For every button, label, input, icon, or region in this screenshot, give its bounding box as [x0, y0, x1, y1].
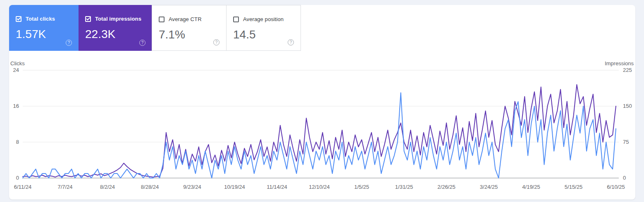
checkbox-unchecked-icon[interactable] — [233, 17, 239, 22]
average-position-header: Average position — [233, 16, 294, 22]
total-clicks-value: 1.57K — [16, 28, 72, 41]
x-axis-date-label: 11/14/24 — [256, 184, 298, 190]
checkbox-checked-icon[interactable] — [16, 16, 21, 22]
total-clicks-label: Total clicks — [26, 16, 55, 22]
average-position-card[interactable]: Average position 14.5 ? — [226, 5, 301, 51]
help-icon[interactable]: ? — [288, 39, 294, 45]
average-position-value: 14.5 — [233, 28, 294, 41]
right-axis-tick: 225 — [623, 67, 639, 74]
x-axis-date-label: 10/19/24 — [214, 184, 255, 190]
x-axis-date-label: 12/10/24 — [299, 184, 340, 190]
x-axis-date-label: 6/11/24 — [2, 184, 43, 190]
help-icon[interactable]: ? — [139, 40, 145, 46]
average-ctr-value: 7.1% — [159, 28, 219, 41]
checkbox-checked-icon[interactable] — [85, 16, 91, 22]
x-axis-date-label: 1/5/25 — [341, 184, 382, 190]
x-axis-date-label: 5/15/25 — [553, 184, 594, 190]
x-axis-date-label: 1/31/25 — [384, 184, 425, 190]
left-axis-tick: 0 — [9, 175, 19, 181]
average-ctr-card[interactable]: Average CTR 7.1% ? — [152, 5, 227, 51]
x-axis-date-label: 9/23/24 — [172, 184, 213, 190]
average-position-label: Average position — [243, 16, 284, 22]
x-axis-date-label: 8/28/24 — [129, 184, 171, 190]
total-clicks-header: Total clicks — [16, 16, 72, 22]
right-axis-tick: 75 — [623, 139, 639, 145]
x-axis-date-label: 4/19/25 — [510, 184, 552, 190]
x-axis-date-label: 7/7/24 — [45, 184, 86, 190]
left-axis-tick: 16 — [9, 103, 19, 109]
total-impressions-card[interactable]: Total impressions 22.3K ? — [79, 5, 152, 51]
average-ctr-label: Average CTR — [169, 16, 202, 22]
total-impressions-label: Total impressions — [95, 16, 141, 22]
left-axis-tick: 24 — [9, 67, 19, 74]
right-axis-title: Impressions — [605, 60, 634, 67]
performance-panel: Clicks Impressions 2422516150875006/11/2… — [9, 5, 635, 200]
right-axis-tick: 0 — [623, 175, 639, 181]
help-icon[interactable]: ? — [66, 40, 72, 46]
help-icon[interactable]: ? — [213, 39, 219, 45]
left-axis-title: Clicks — [10, 60, 25, 67]
total-clicks-card[interactable]: Total clicks 1.57K ? — [9, 5, 79, 51]
checkbox-unchecked-icon[interactable] — [159, 17, 165, 22]
right-axis-tick: 150 — [623, 103, 639, 109]
x-axis-date-label: 3/24/25 — [468, 184, 510, 190]
metric-cards-row: Total clicks 1.57K ? Total impressions 2… — [9, 5, 301, 51]
x-axis-date-label: 8/2/24 — [87, 184, 128, 190]
left-axis-tick: 8 — [9, 139, 19, 145]
x-axis-date-label: 2/26/25 — [426, 184, 467, 190]
total-impressions-header: Total impressions — [85, 16, 145, 22]
x-axis-date-label: 6/10/25 — [595, 184, 637, 190]
average-ctr-header: Average CTR — [159, 16, 219, 22]
total-impressions-value: 22.3K — [85, 28, 145, 41]
